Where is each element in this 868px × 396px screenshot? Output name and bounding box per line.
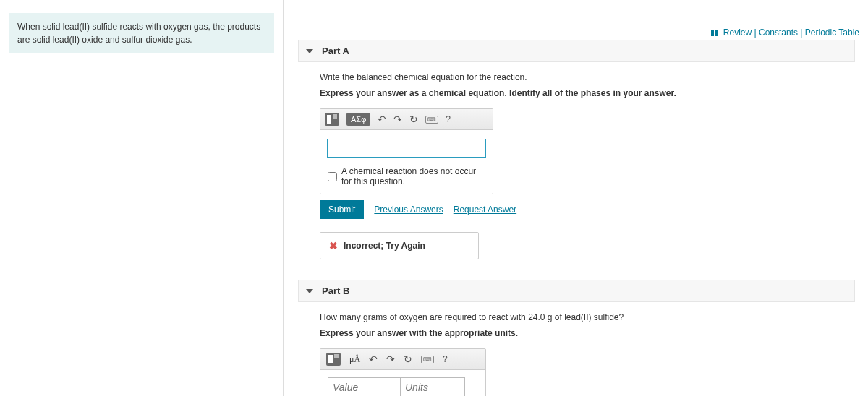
part-b-header: Part B: [298, 280, 855, 302]
no-reaction-checkbox[interactable]: [328, 172, 337, 181]
undo-icon[interactable]: ↶: [369, 353, 378, 365]
help-icon[interactable]: ?: [446, 114, 451, 124]
incorrect-icon: ✖: [329, 240, 338, 251]
submit-button[interactable]: Submit: [320, 200, 364, 219]
part-b-body: How many grams of oxygen are required to…: [298, 302, 868, 396]
redo-icon[interactable]: ↷: [386, 353, 395, 365]
part-b-answer-box: μÅ ↶ ↷ ↻ ⌨ ?: [320, 348, 486, 396]
part-b-section: Part B How many grams of oxygen are requ…: [298, 280, 868, 396]
no-reaction-row: A chemical reaction does not occur for t…: [320, 166, 493, 194]
part-b-title: Part B: [322, 285, 349, 296]
part-a-title: Part A: [322, 46, 349, 56]
periodic-table-link[interactable]: Periodic Table: [805, 27, 859, 38]
help-icon[interactable]: ?: [443, 354, 448, 364]
right-column: Review | Constants | Periodic Table Part…: [284, 0, 868, 396]
value-input[interactable]: [328, 377, 400, 396]
value-units-row: [320, 370, 485, 396]
part-b-toolbar: μÅ ↶ ↷ ↻ ⌨ ?: [320, 349, 485, 370]
redo-icon[interactable]: ↷: [393, 113, 402, 125]
part-a-instruction: Express your answer as a chemical equati…: [320, 88, 868, 98]
request-answer-link[interactable]: Request Answer: [454, 205, 516, 215]
template-icon[interactable]: [325, 113, 339, 126]
reset-icon[interactable]: ↻: [409, 113, 418, 125]
part-a-section: Part A Write the balanced chemical equat…: [298, 40, 868, 259]
feedback-text: Incorrect; Try Again: [344, 241, 425, 251]
part-b-instruction: Express your answer with the appropriate…: [320, 328, 868, 338]
equation-input[interactable]: [327, 139, 486, 158]
part-a-prompt: Write the balanced chemical equation for…: [320, 72, 868, 82]
review-link[interactable]: Review: [723, 27, 752, 38]
constants-link[interactable]: Constants: [759, 27, 798, 38]
undo-icon[interactable]: ↶: [378, 113, 386, 125]
part-a-header: Part A: [298, 40, 855, 62]
reset-icon[interactable]: ↻: [404, 353, 412, 365]
part-a-toolbar: ΑΣφ ↶ ↷ ↻ ⌨ ?: [320, 109, 493, 130]
part-a-answer-box: ΑΣφ ↶ ↷ ↻ ⌨ ? A chemical reaction does n…: [320, 108, 493, 194]
top-links: Review | Constants | Periodic Table: [711, 27, 860, 38]
part-b-prompt: How many grams of oxygen are required to…: [320, 312, 868, 322]
collapse-caret-icon[interactable]: [306, 49, 313, 53]
previous-answers-link[interactable]: Previous Answers: [374, 205, 443, 215]
feedback-box: ✖ Incorrect; Try Again: [320, 232, 479, 259]
greek-button[interactable]: ΑΣφ: [346, 113, 370, 126]
template-icon[interactable]: [326, 353, 341, 366]
no-reaction-label: A chemical reaction does not occur for t…: [341, 166, 485, 186]
part-a-body: Write the balanced chemical equation for…: [298, 62, 868, 259]
units-symbol-button[interactable]: μÅ: [349, 354, 360, 365]
part-a-actions: Submit Previous Answers Request Answer: [320, 200, 868, 219]
units-input[interactable]: [400, 377, 465, 396]
keyboard-icon[interactable]: ⌨: [421, 356, 434, 363]
problem-statement: When solid lead(II) sulfide reacts with …: [9, 13, 274, 53]
left-column: When solid lead(II) sulfide reacts with …: [0, 0, 284, 396]
collapse-caret-icon[interactable]: [306, 289, 313, 293]
keyboard-icon[interactable]: ⌨: [425, 116, 438, 124]
review-icon: [711, 30, 718, 36]
